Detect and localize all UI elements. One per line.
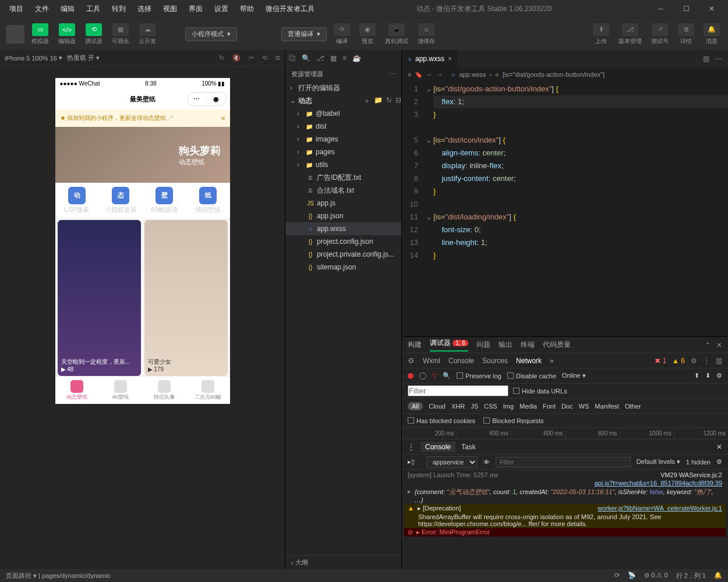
filter-icon[interactable]: ▽: [432, 372, 437, 379]
breadcrumb[interactable]: ≡ 🔖 ← → ⟐app.wxss › ⟐ [is="dist/goods-ac…: [402, 68, 728, 81]
forward-icon[interactable]: →: [436, 71, 443, 78]
real-device-button[interactable]: 📱真机调试: [383, 22, 411, 47]
refresh-icon[interactable]: ↻: [386, 96, 392, 106]
tree-file[interactable]: 🗎合法域名.txt: [285, 184, 401, 197]
test-button[interactable]: ↗测试号: [649, 22, 671, 47]
tab-problems[interactable]: 问题: [476, 340, 490, 350]
type-doc[interactable]: Doc: [561, 403, 573, 410]
compile-select[interactable]: 普通编译▾: [281, 27, 327, 41]
console-tab[interactable]: Console: [420, 442, 455, 452]
cat-lsp[interactable]: 动LSP搜索: [55, 183, 99, 218]
new-folder-icon[interactable]: 📁: [374, 96, 383, 106]
upload-button[interactable]: ⬆上传: [591, 22, 612, 47]
type-img[interactable]: Img: [503, 403, 514, 410]
blocked-requests[interactable]: Blocked Requests: [483, 417, 544, 424]
search-icon[interactable]: 🔍: [443, 372, 451, 379]
subtab-sources[interactable]: Sources: [482, 357, 508, 365]
dock-icon[interactable]: ▥: [716, 357, 722, 365]
tree-folder[interactable]: ›📁dist: [285, 120, 401, 133]
tree-folder[interactable]: ›📁images: [285, 133, 401, 146]
more-tabs-icon[interactable]: »: [550, 357, 554, 365]
more-icon[interactable]: ☕: [352, 54, 361, 62]
minimize-icon[interactable]: ─: [649, 3, 672, 15]
files-icon[interactable]: ⿻: [289, 54, 296, 62]
chevron-up-icon[interactable]: ⌃: [705, 341, 711, 349]
rotate-icon[interactable]: ⟲: [262, 54, 267, 62]
menu-settings[interactable]: 设置: [210, 2, 233, 16]
tab-quality[interactable]: 代码质量: [543, 340, 571, 350]
disable-cache[interactable]: Disable cache: [507, 372, 556, 379]
tab-anime[interactable]: 二次元60帧: [186, 377, 230, 404]
tab-avatar[interactable]: 情侣头像: [143, 377, 186, 404]
cat-60fps[interactable]: 壁60帧超清: [143, 183, 186, 218]
type-media[interactable]: Media: [520, 403, 537, 410]
version-button[interactable]: ⎇版本管理: [616, 22, 644, 47]
menu-project[interactable]: 项目: [5, 2, 28, 16]
device-select[interactable]: iPhone 5 100% 16 ▾: [5, 54, 62, 62]
cursor-position[interactable]: 行 2，列 1: [676, 572, 706, 580]
details-button[interactable]: ≣详情: [676, 22, 697, 47]
eye-icon[interactable]: 👁: [483, 459, 490, 466]
clear-cache-button[interactable]: ≡清缓存: [415, 22, 437, 47]
record-icon[interactable]: [408, 373, 414, 379]
wallpaper-card[interactable]: 可爱少女▶ 179: [144, 220, 228, 376]
capsule-button[interactable]: ⋯◉: [187, 92, 227, 106]
network-timeline[interactable]: 200 ms400 ms600 ms 800 ms1000 ms1200 ms: [402, 428, 728, 439]
tab-terminal[interactable]: 终端: [521, 340, 535, 350]
blocked-cookies[interactable]: Has blocked cookies: [408, 417, 475, 424]
refresh-icon[interactable]: ↻: [219, 54, 224, 62]
type-font[interactable]: Font: [543, 403, 556, 410]
back-icon[interactable]: ←: [426, 71, 433, 78]
cat-update[interactable]: 态小姐姐更新: [99, 183, 143, 218]
cloud-button[interactable]: ☁云开发: [136, 22, 158, 47]
levels-select[interactable]: Default levels ▾: [637, 458, 680, 466]
tab-output[interactable]: 输出: [499, 340, 513, 350]
error-count[interactable]: ⊘ 0 ⚠ 0: [644, 572, 667, 580]
context-select[interactable]: appservice: [426, 456, 478, 468]
bookmark-icon[interactable]: 🔖: [415, 71, 423, 79]
git-icon[interactable]: ⎇: [316, 54, 324, 62]
menu-icon[interactable]: ⋮: [703, 357, 710, 365]
import-icon[interactable]: ⬆: [694, 372, 699, 379]
hot-reload-toggle[interactable]: 热重载 开 ▾: [67, 54, 100, 62]
sidebar-icon[interactable]: ▸▯: [408, 458, 415, 466]
tab-dynamic[interactable]: 动态壁纸: [55, 377, 99, 404]
type-cloud[interactable]: Cloud: [429, 403, 446, 410]
avatar[interactable]: [6, 25, 24, 44]
menu-icon[interactable]: ⋮: [408, 443, 415, 451]
outline-section[interactable]: › 大纲: [285, 555, 401, 569]
detach-icon[interactable]: ⧉: [275, 54, 280, 62]
gear-icon[interactable]: ⚙: [691, 357, 697, 365]
menu-view[interactable]: 视图: [158, 2, 182, 16]
throttle-select[interactable]: Online ▾: [562, 372, 586, 379]
menu-select[interactable]: 选择: [133, 2, 156, 16]
tree-folder[interactable]: ›📁@babel: [285, 107, 401, 120]
broadcast-icon[interactable]: 📡: [628, 572, 636, 580]
compile-button[interactable]: ⟳编译: [331, 22, 352, 47]
visual-button[interactable]: ▦可视化: [109, 22, 132, 47]
tree-file[interactable]: {}project.private.config.js...: [285, 248, 401, 261]
cut-icon[interactable]: ✂: [249, 54, 254, 62]
tab-build[interactable]: 构建: [408, 340, 422, 350]
editor-button[interactable]: </>编辑器: [56, 22, 78, 47]
gear-icon[interactable]: ⚙: [716, 372, 722, 379]
more-icon[interactable]: ⋯: [389, 70, 395, 78]
git-status[interactable]: ⟳: [614, 572, 620, 580]
tree-file[interactable]: {}app.json: [285, 210, 401, 222]
new-file-icon[interactable]: ＋: [363, 96, 370, 106]
simulator-button[interactable]: ▭模拟器: [29, 22, 51, 47]
menu-goto[interactable]: 转到: [107, 2, 130, 16]
close-icon[interactable]: ✕: [221, 115, 225, 122]
close-icon[interactable]: ✕: [700, 3, 723, 15]
mode-select[interactable]: 小程序模式▾: [185, 27, 237, 41]
hide-urls[interactable]: Hide data URLs: [513, 388, 567, 395]
console-filter[interactable]: [496, 457, 631, 467]
project-section[interactable]: ⌄动态 ＋ 📁 ↻ ⊟: [285, 94, 401, 107]
filter-input[interactable]: [408, 385, 508, 396]
tree-file[interactable]: {}project.config.json: [285, 235, 401, 248]
menu-edit[interactable]: 编辑: [56, 2, 79, 16]
clear-icon[interactable]: [419, 372, 426, 379]
type-xhr[interactable]: XHR: [451, 403, 465, 410]
close-tab-icon[interactable]: ×: [448, 55, 452, 63]
preview-button[interactable]: ◉预览: [357, 22, 378, 47]
